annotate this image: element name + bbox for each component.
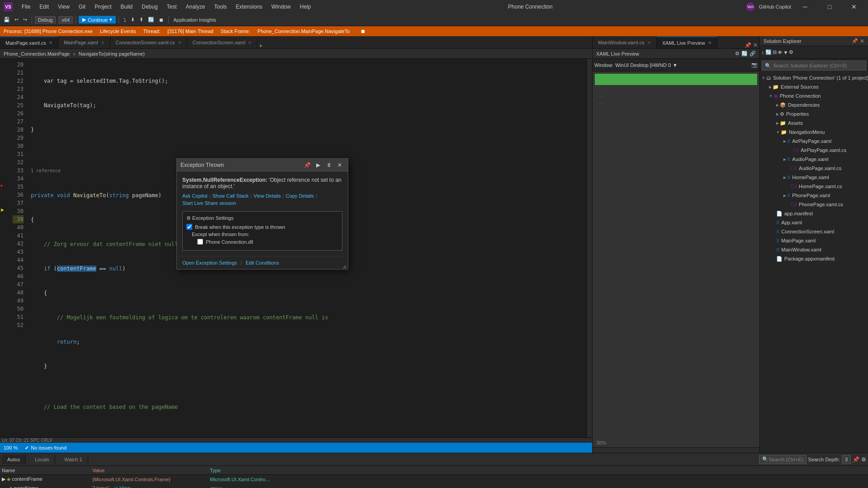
tree-external-sources[interactable]: ▶ 📁 External Sources <box>760 82 868 91</box>
view-link[interactable]: ↵ View <box>114 485 130 488</box>
expand-icon[interactable]: ▼ <box>673 62 678 68</box>
menu-project[interactable]: Project <box>91 3 115 11</box>
tab-connectionscreen-xaml[interactable]: ConnectionScreen.xaml ✕ <box>187 37 258 48</box>
tree-solution[interactable]: ▼ 🗂 Solution 'Phone Connection' (1 of 1 … <box>760 73 868 82</box>
close-panel-icon[interactable]: ✕ <box>753 42 758 48</box>
menu-tools[interactable]: Tools <box>210 3 230 11</box>
editor-hscrollbar[interactable]: Ln: 37 Ch: 21 SPC CRLF <box>0 437 592 443</box>
tab-connectionscreen-xaml-cs[interactable]: ConnectionScreen.xaml.cs ✕ <box>110 37 187 48</box>
tab-close[interactable]: ✕ <box>178 40 181 45</box>
show-call-stack-link[interactable]: Show Call Stack <box>213 193 249 199</box>
menu-test[interactable]: Test <box>163 3 180 11</box>
menu-analyze[interactable]: Analyze <box>182 3 209 11</box>
tree-audiopage-xaml[interactable]: ▶ X AudioPage.xaml <box>760 155 868 164</box>
tab-close[interactable]: ✕ <box>647 40 651 45</box>
debug-restart[interactable]: 🔄 <box>146 16 156 24</box>
exception-run-btn[interactable]: ▶ <box>313 161 323 170</box>
tree-assets[interactable]: ▶ 📁 Assets <box>760 118 868 128</box>
pin-icon[interactable]: 📌 <box>852 38 858 44</box>
expand-icon[interactable]: ▶ <box>2 476 5 482</box>
tab-mainpage-xaml[interactable]: MainPage.xaml ✕ <box>58 37 110 48</box>
copy-details-link[interactable]: Copy Details <box>286 193 314 199</box>
github-copilot-label[interactable]: GitHub Copilot <box>759 4 791 9</box>
se-settings-btn[interactable]: ⚙ <box>789 49 793 55</box>
close-icon[interactable]: ✕ <box>860 38 864 44</box>
stop-debug-btn[interactable]: ⏹ <box>360 28 365 34</box>
se-search-box[interactable]: 🔍 Search Solution Explorer (Ctrl+S) <box>762 61 866 71</box>
break-when-thrown-checkbox[interactable]: Break when this exception type is thrown <box>186 224 338 230</box>
menu-edit[interactable]: Edit <box>36 3 52 11</box>
edit-conditions-link[interactable]: Edit Conditions <box>246 260 279 265</box>
tab-close[interactable]: ✕ <box>49 40 52 45</box>
menu-help[interactable]: Help <box>296 3 315 11</box>
link-icon[interactable]: 🔗 <box>749 51 756 57</box>
pin-icon[interactable]: 📌 <box>853 456 859 463</box>
tree-navigationmenu[interactable]: ▼ 📁 NavigationMenu <box>760 128 868 137</box>
refresh-icon[interactable]: 🔄 <box>741 51 748 57</box>
tab-mainwindow-xaml-cs[interactable]: MainWindow.xaml.cs ✕ <box>593 37 657 48</box>
toolbar-undo[interactable]: ↩ <box>13 16 20 24</box>
tab-close[interactable]: ✕ <box>248 40 251 45</box>
tree-audiopage-xaml-cs[interactable]: C# AudioPage.xaml.cs <box>760 164 868 173</box>
tree-dependencies[interactable]: ▶ 📦 Dependencies <box>760 100 868 109</box>
tab-add-btn[interactable]: + <box>259 43 262 48</box>
debug-step-over[interactable]: ⤵ <box>122 16 128 24</box>
menu-view[interactable]: View <box>54 3 73 11</box>
se-refresh-btn[interactable]: 🔄 <box>765 49 772 55</box>
toolbar-save[interactable]: 💾 <box>2 16 12 24</box>
debug-step-out[interactable]: ⬆ <box>138 16 145 24</box>
exception-close-btn[interactable]: ✕ <box>335 161 344 170</box>
phone-connection-dll-checkbox[interactable]: Phone Connection.dll <box>192 239 338 245</box>
se-show-all-btn[interactable]: 👁 <box>778 50 783 55</box>
search-depth-value[interactable]: 3 <box>842 455 851 464</box>
tree-airplaypage-xaml[interactable]: ▶ X AirPlayPage.xaml <box>760 137 868 146</box>
locals-tab[interactable]: Locals <box>29 455 55 464</box>
tab-mainpage-xaml-cs[interactable]: MainPage.xaml.cs ✕ <box>0 37 58 48</box>
tree-app-xaml[interactable]: X App.xaml <box>760 218 868 227</box>
menu-debug[interactable]: Debug <box>138 3 161 11</box>
se-sync-btn[interactable]: ↕ <box>762 50 764 55</box>
open-exception-settings-link[interactable]: Open Exception Settings <box>182 260 237 265</box>
app-insights[interactable]: Application Insights <box>171 16 218 24</box>
settings-icon[interactable]: ⚙ <box>735 51 740 57</box>
menu-git[interactable]: Git <box>75 3 89 11</box>
se-filter-btn[interactable]: ▼ <box>783 50 788 55</box>
autos-search[interactable]: 🔍 Search (Ctrl+E) <box>759 455 806 464</box>
ask-copilot-link[interactable]: Ask Copilot <box>182 193 208 199</box>
tree-project[interactable]: ▼ ▣ Phone Connection <box>760 91 868 100</box>
tree-connectionscreen-xaml[interactable]: X ConnectionScreen.xaml <box>760 227 868 236</box>
menu-extensions[interactable]: Extensions <box>232 3 266 11</box>
phone-connection-dll-input[interactable] <box>197 239 203 245</box>
tree-homepage-xaml-cs[interactable]: C# HomePage.xaml.cs <box>760 182 868 191</box>
menu-window[interactable]: Window <box>268 3 294 11</box>
xaml-vscrollbar[interactable] <box>593 447 759 453</box>
xaml-preview-icon1[interactable]: 📷 <box>751 62 758 68</box>
tab-close[interactable]: ✕ <box>101 40 104 45</box>
tree-airplaypage-xaml-cs[interactable]: C# AirPlayPage.xaml.cs <box>760 146 868 155</box>
se-collapse-btn[interactable]: ⊟ <box>773 49 777 55</box>
tree-phonepage-xaml-cs[interactable]: C# PhonePage.xaml.cs <box>760 200 868 209</box>
view-details-link[interactable]: View Details <box>253 193 280 199</box>
exception-pin-btn[interactable]: 📌 <box>303 161 312 170</box>
debug-stop[interactable]: ⏹ <box>157 16 166 24</box>
tree-app-manifest[interactable]: 📄 app.manifest <box>760 209 868 218</box>
toolbar-redo[interactable]: ↪ <box>21 16 29 24</box>
continue-dropdown[interactable]: ▾ <box>109 17 112 23</box>
tree-homepage-xaml[interactable]: ▶ X HomePage.xaml <box>760 173 868 182</box>
menu-file[interactable]: File <box>18 3 34 11</box>
debug-step-into[interactable]: ⬇ <box>129 16 137 24</box>
tree-properties[interactable]: ▶ ⚙ Properties <box>760 109 868 118</box>
minimize-button[interactable]: ─ <box>795 0 816 14</box>
dialog-resize-handle[interactable]: ◢ <box>342 264 348 269</box>
close-button[interactable]: ✕ <box>844 0 864 14</box>
tree-mainwindow-xaml[interactable]: X MainWindow.xaml <box>760 245 868 254</box>
pin-icon[interactable]: 📌 <box>745 42 751 48</box>
tab-close[interactable]: ✕ <box>708 40 711 45</box>
autos-tab[interactable]: Autos <box>2 455 26 464</box>
tab-xaml-live-preview[interactable]: XAML Live Preview ✕ <box>657 37 717 48</box>
watch1-tab[interactable]: Watch 1 <box>59 455 88 464</box>
tree-phonepage-xaml[interactable]: ▶ X PhonePage.xaml <box>760 191 868 200</box>
tree-mainpage-xaml[interactable]: X MainPage.xaml <box>760 236 868 245</box>
editor-scrollbar[interactable] <box>587 59 592 437</box>
settings-icon[interactable]: ⚙ <box>861 456 866 463</box>
